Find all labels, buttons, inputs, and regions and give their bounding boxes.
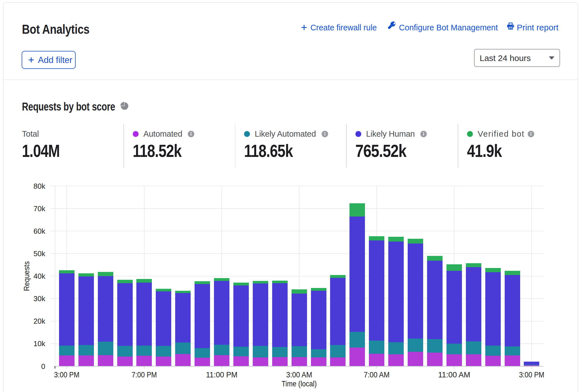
svg-text:7:00 AM: 7:00 AM (364, 370, 390, 379)
svg-text:30k: 30k (33, 294, 46, 303)
svg-text:3:00 AM: 3:00 AM (286, 370, 312, 379)
svg-text:70k: 70k (33, 204, 46, 213)
svg-text:Requests: Requests (22, 261, 31, 291)
svg-text:20k: 20k (33, 317, 46, 325)
svg-text:11:00 PM: 11:00 PM (206, 370, 238, 379)
svg-text:80k: 80k (33, 182, 46, 190)
svg-text:11:00 AM: 11:00 AM (438, 370, 470, 379)
svg-text:60k: 60k (33, 227, 46, 235)
svg-text:7:00 PM: 7:00 PM (132, 370, 157, 379)
svg-text:50k: 50k (33, 249, 46, 258)
svg-text:10k: 10k (33, 339, 46, 348)
svg-text:Time (local): Time (local) (282, 380, 317, 388)
svg-text:3:00 PM: 3:00 PM (519, 370, 544, 379)
svg-text:3:00 PM: 3:00 PM (54, 370, 79, 379)
svg-text:40k: 40k (33, 272, 46, 280)
svg-text:0: 0 (41, 362, 45, 371)
